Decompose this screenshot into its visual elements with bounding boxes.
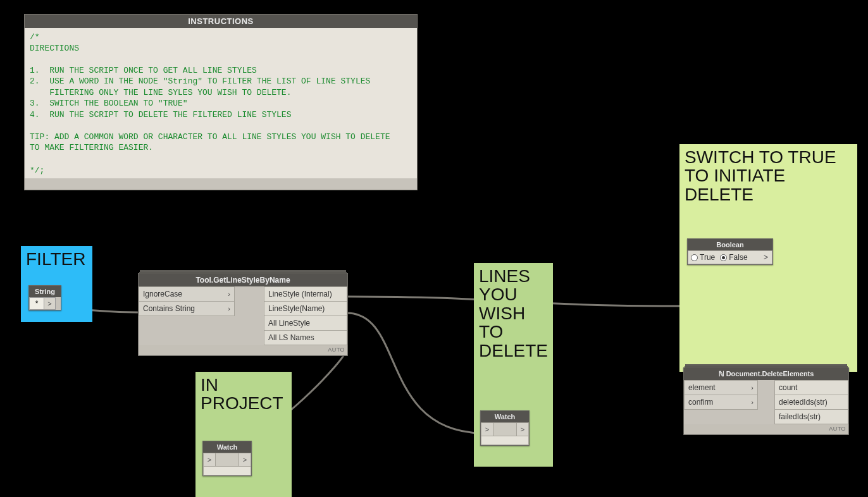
delete-elements-footer: AUTO <box>684 424 848 434</box>
boolean-node[interactable]: Boolean True False > <box>687 238 773 265</box>
delete-elements-node[interactable]: ℕ Document.DeleteElements element› confi… <box>683 367 849 435</box>
string-node[interactable]: String > <box>28 285 61 310</box>
boolean-title: Boolean <box>688 239 772 250</box>
radio-false[interactable] <box>720 254 727 261</box>
input-port-confirm[interactable]: confirm› <box>684 395 758 410</box>
get-linestyle-title: Tool.GetLineStyleByName <box>139 274 347 286</box>
watch2-in-port[interactable]: > <box>481 423 493 436</box>
group-in-project[interactable]: IN PROJECT <box>195 372 292 497</box>
output-port-all-ls-names[interactable]: All LS Names <box>264 331 347 345</box>
delete-elements-title: ℕ Document.DeleteElements <box>684 368 848 380</box>
instructions-title: INSTRUCTIONS <box>25 15 417 28</box>
group-lines-delete-title: LINES YOU WISH TO DELETE <box>479 267 548 360</box>
group-in-project-title: IN PROJECT <box>201 376 287 413</box>
input-port-ignorecase[interactable]: IgnoreCase› <box>139 286 235 302</box>
radio-true[interactable] <box>691 254 698 261</box>
get-linestyle-node[interactable]: Tool.GetLineStyleByName IgnoreCase› Cont… <box>138 273 348 356</box>
input-port-containsstring[interactable]: Contains String› <box>139 302 235 316</box>
string-node-title: String <box>29 286 61 297</box>
watch-node-1[interactable]: Watch > > <box>202 441 252 476</box>
instructions-body: /* DIRECTIONS 1. RUN THE SCRIPT ONCE TO … <box>25 28 417 178</box>
string-output-port[interactable]: > <box>44 297 56 310</box>
watch2-title: Watch <box>481 411 529 422</box>
group-switch-delete-title: SWITCH TO TRUE TO INITIATE DELETE <box>685 148 852 204</box>
watch1-display <box>203 467 251 476</box>
watch1-title: Watch <box>203 441 251 453</box>
instructions-node: INSTRUCTIONS /* DIRECTIONS 1. RUN THE SC… <box>24 14 418 190</box>
output-port-all-linestyle[interactable]: All LineStyle <box>264 316 347 331</box>
watch-node-2[interactable]: Watch > > <box>480 410 530 446</box>
watch2-display <box>481 436 529 445</box>
boolean-out-port[interactable]: > <box>762 253 769 262</box>
group-filter[interactable]: FILTER <box>21 246 92 322</box>
output-port-linestyle-internal[interactable]: LineStyle (Internal) <box>264 286 347 302</box>
string-input[interactable] <box>29 297 44 310</box>
output-port-deletedids[interactable]: deletedIds(str) <box>774 395 848 410</box>
boolean-true-option[interactable]: True <box>691 253 715 262</box>
get-linestyle-footer: AUTO <box>139 345 347 355</box>
watch2-out-port[interactable]: > <box>517 423 528 436</box>
instructions-footer <box>25 178 417 190</box>
watch1-in-port[interactable]: > <box>204 453 215 466</box>
output-port-linestyle-name[interactable]: LineStyle(Name) <box>264 302 347 316</box>
watch1-out-port[interactable]: > <box>239 453 251 466</box>
output-port-failedids[interactable]: failedIds(str) <box>774 410 848 424</box>
boolean-false-option[interactable]: False <box>720 253 747 262</box>
output-port-count[interactable]: count <box>774 380 848 395</box>
group-filter-title: FILTER <box>26 250 87 268</box>
input-port-element[interactable]: element› <box>684 380 758 395</box>
